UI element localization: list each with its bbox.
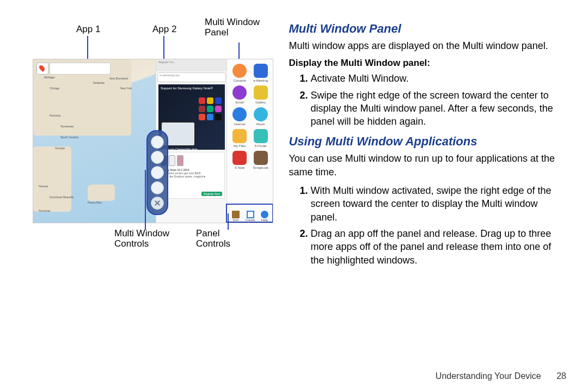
tablet-screenshot: Chicago Michigan Tennessee Kentucky Sout… [33,59,273,223]
callout-multi-window-controls: Multi Window Controls [114,229,180,249]
list-item: With Multi window activated, swipe the r… [310,184,566,224]
panel-app-label: My Files [230,144,249,148]
multi-window-controls [146,130,168,215]
myfiles-icon [232,129,247,143]
body-paragraph: You can use Multi window to run up to fo… [289,152,566,179]
subsection-heading: Display the Multi Window panel: [289,58,566,69]
email-icon [232,85,247,100]
callout-app1: App 1 [76,24,100,35]
store-register-button: Register Now [201,192,222,196]
section-heading: Multi Window Panel [289,22,566,36]
app1-map: Chicago Michigan Tennessee Kentucky Sout… [33,59,156,223]
map-marker-icon [36,63,48,75]
panel-controls-highlight [226,204,273,223]
multi-window-panel: Contacts e-Meeting Email Gallery Interne… [226,59,273,223]
browser-hero-title: Support for Samsung Galaxy Note® [161,87,213,90]
body-paragraph: Multi window apps are displayed on the M… [289,39,566,52]
panel-app-label: S Note [230,166,249,169]
panel-app-label: Scrapbook [252,166,271,169]
panel-app-label: e-Meeting [252,79,271,82]
emeeting-icon [254,64,268,78]
list-item: Drag an app off the panel and release. D… [310,227,566,267]
leader-line [228,213,229,230]
drag-content-icon [151,151,164,164]
panel-app-label: Email [230,101,249,104]
layout-icon [151,181,164,194]
sfinder-icon [254,129,268,143]
list-item: Activate Multi Window. [310,72,566,85]
browser-hero-icons [199,97,222,120]
section-heading: Using Multi Window Applications [289,134,566,149]
maximize-icon [151,166,164,179]
scrapbook-icon [254,151,268,165]
panel-app-label: Contacts [230,79,249,82]
music-icon [254,107,268,121]
callout-app2: App 2 [152,24,176,35]
snote-icon [232,151,247,165]
switch-windows-icon [151,136,164,149]
panel-app-label: Gallery [252,101,271,104]
callout-panel-controls: Panel Controls [196,229,250,249]
internet-icon [232,107,247,121]
instruction-list: With Multi window activated, swipe the r… [289,184,566,267]
gallery-icon [254,85,268,100]
leader-line [145,170,146,230]
panel-app-label: S Finder [252,144,271,148]
close-icon [151,197,164,210]
browser-tab: Register For... [156,59,227,71]
callout-multi-window-panel: Multi Window Panel [205,17,265,38]
panel-app-label: Internet [230,122,249,126]
panel-app-label: Music [252,122,271,126]
browser-url: m.samsung.com [157,72,226,82]
list-item: Swipe the right edge of the screen towar… [310,89,566,128]
page-footer: Understanding Your Device 28 [436,371,566,381]
map-search-bar [50,63,111,75]
instruction-list: Activate Multi Window. Swipe the right e… [289,72,566,128]
text-column: Multi Window Panel Multi window apps are… [278,22,566,381]
page-number: 28 [556,371,566,381]
diagram-column: App 1 App 2 Multi Window Panel Chicago M… [22,22,278,381]
contacts-icon [232,64,247,78]
footer-section-title: Understanding Your Device [436,371,541,381]
